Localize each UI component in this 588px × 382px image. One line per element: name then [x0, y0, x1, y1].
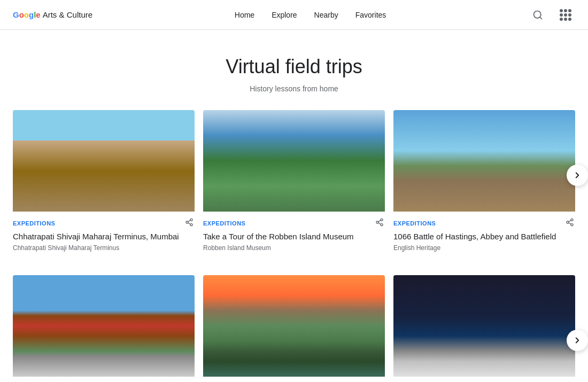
card-body-korea: EXPEDITIONS Explore Five Beautiful Palac… [13, 377, 195, 383]
card-image-mumbai [13, 110, 195, 212]
card-row-2: EXPEDITIONS Explore Five Beautiful Palac… [0, 275, 588, 383]
row1-next-button[interactable] [567, 165, 588, 186]
card-image-spaceflight [393, 275, 575, 377]
arts-culture-text: Arts & Culture [43, 10, 92, 19]
nav-nearby[interactable]: Nearby [314, 11, 338, 19]
svg-line-11 [378, 220, 381, 222]
card-grid-2: EXPEDITIONS Explore Five Beautiful Palac… [13, 275, 575, 383]
page-title: Virtual field trips [0, 56, 588, 78]
card-body-robben: EXPEDITIONS Take a Tour of the Robben Is… [203, 212, 385, 254]
row2-next-button[interactable] [567, 330, 588, 351]
main-nav: Home Explore Nearby Favorites [235, 11, 386, 19]
card-spaceflight[interactable]: EXPEDITIONS Human Spaceflight (Udvar-Haz… [393, 275, 575, 383]
card-row-1: EXPEDITIONS Chhatrapati Shivaji Maharaj … [0, 110, 588, 254]
header: Google Arts & Culture Home Explore Nearb… [0, 0, 588, 30]
svg-line-15 [569, 223, 571, 224]
google-wordmark: Google [13, 10, 41, 19]
card-body-spaceflight: EXPEDITIONS Human Spaceflight (Udvar-Haz… [393, 377, 575, 383]
card-category-robben: EXPEDITIONS [203, 217, 385, 229]
apps-grid-icon [560, 9, 571, 21]
card-category-mumbai: EXPEDITIONS [13, 217, 195, 229]
arrow-right-icon-row1 [572, 170, 582, 180]
card-image-hastings [393, 110, 575, 212]
share-icon-mumbai[interactable] [184, 217, 195, 229]
card-korea[interactable]: EXPEDITIONS Explore Five Beautiful Palac… [13, 275, 195, 383]
card-title-hastings: 1066 Battle of Hastings, Abbey and Battl… [393, 231, 575, 242]
svg-line-5 [188, 223, 191, 224]
search-button[interactable] [528, 5, 547, 25]
card-framlingham[interactable]: EXPEDITIONS Framlingham Castle English H… [203, 275, 385, 383]
nav-home[interactable]: Home [235, 11, 254, 19]
arrow-right-icon-row2 [572, 336, 582, 345]
card-category-hastings: EXPEDITIONS [393, 217, 575, 229]
svg-line-10 [378, 223, 381, 224]
svg-line-16 [569, 220, 571, 222]
card-image-framlingham [203, 275, 385, 377]
card-title-robben: Take a Tour of the Robben Island Museum [203, 231, 385, 242]
nav-favorites[interactable]: Favorites [355, 11, 386, 19]
card-image-robben [203, 110, 385, 212]
page-subtitle: History lessons from home [0, 84, 588, 93]
header-icons [528, 5, 575, 25]
card-body-framlingham: EXPEDITIONS Framlingham Castle English H… [203, 377, 385, 383]
card-source-hastings: English Heritage [393, 244, 575, 252]
card-image-korea [13, 275, 195, 377]
svg-line-1 [540, 17, 542, 19]
share-icon-hastings[interactable] [564, 217, 575, 229]
card-mumbai[interactable]: EXPEDITIONS Chhatrapati Shivaji Maharaj … [13, 110, 195, 254]
card-source-mumbai: Chhatrapati Shivaji Maharaj Terminus [13, 244, 195, 252]
card-body-hastings: EXPEDITIONS 1066 Battle of Hastings, Abb… [393, 212, 575, 254]
share-icon-robben[interactable] [374, 217, 385, 229]
apps-button[interactable] [556, 5, 575, 25]
card-title-mumbai: Chhatrapati Shivaji Maharaj Terminus, Mu… [13, 231, 195, 242]
card-grid-1: EXPEDITIONS Chhatrapati Shivaji Maharaj … [13, 110, 575, 254]
nav-explore[interactable]: Explore [272, 11, 297, 19]
card-robben[interactable]: EXPEDITIONS Take a Tour of the Robben Is… [203, 110, 385, 254]
search-icon [532, 10, 543, 20]
card-source-robben: Robben Island Museum [203, 244, 385, 252]
card-body-mumbai: EXPEDITIONS Chhatrapati Shivaji Maharaj … [13, 212, 195, 254]
logo[interactable]: Google Arts & Culture [13, 10, 92, 19]
svg-line-6 [188, 220, 191, 222]
card-hastings[interactable]: EXPEDITIONS 1066 Battle of Hastings, Abb… [393, 110, 575, 254]
hero-section: Virtual field trips History lessons from… [0, 30, 588, 110]
